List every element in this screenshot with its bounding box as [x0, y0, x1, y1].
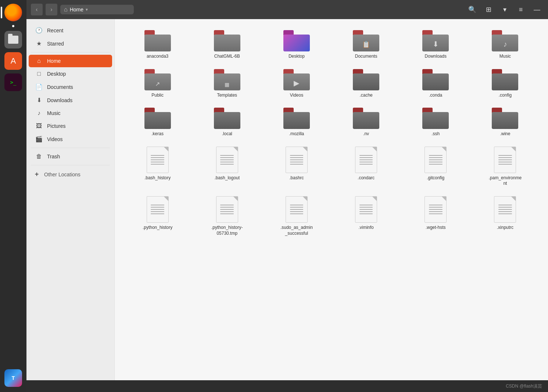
- templates-emblem: ▦: [225, 82, 229, 87]
- file-item-videos[interactable]: ▶ Videos: [262, 65, 330, 101]
- file-item-conda[interactable]: .conda: [402, 65, 470, 101]
- file-label-public: Public: [151, 93, 164, 98]
- folder-icon-keras: [144, 108, 171, 129]
- file-item-gitconfig[interactable]: .gitconfig: [402, 143, 470, 190]
- textfile-line: [498, 207, 512, 208]
- taskbar: A >_ T: [0, 0, 26, 392]
- textfile-icon-bash-logout: [216, 147, 238, 173]
- sidebar-item-videos[interactable]: 🎬 Videos: [29, 133, 112, 145]
- folder-icon-nv: [353, 108, 379, 129]
- file-label-cache: .cache: [359, 93, 372, 98]
- taskbar-rdp[interactable]: T: [4, 368, 23, 388]
- file-item-config[interactable]: .config: [471, 65, 539, 101]
- textfile-line: [290, 205, 304, 205]
- textfile-icon-viminfo: [355, 196, 377, 223]
- textfile-line: [359, 213, 373, 214]
- sidebar-item-other[interactable]: + Other Locations: [26, 168, 114, 181]
- file-item-downloads[interactable]: ⬇ Downloads: [402, 26, 470, 62]
- search-button[interactable]: 🔍: [466, 3, 479, 16]
- file-item-bashrc[interactable]: .bashrc: [262, 143, 330, 190]
- file-item-xinputrc[interactable]: .xinputrc: [471, 193, 539, 239]
- sidebar-item-pictures[interactable]: 🖼 Pictures: [29, 120, 112, 132]
- taskbar-appstore[interactable]: A: [4, 51, 23, 71]
- view-toggle-button[interactable]: ⊞: [482, 3, 495, 16]
- forward-icon: ›: [50, 6, 52, 13]
- menu-button[interactable]: ≡: [514, 3, 527, 16]
- file-item-viminfo[interactable]: .viminfo: [332, 193, 400, 239]
- file-item-pam[interactable]: .pam_environment: [471, 143, 539, 190]
- content-area: 🕐 Recent ★ Starred ⌂ Home □ Desktop 📄 Do…: [26, 19, 548, 380]
- textfile-line: [359, 157, 373, 158]
- file-label-python-history: .python_history: [143, 225, 172, 231]
- home-icon: ⌂: [35, 58, 43, 64]
- file-item-condarc[interactable]: .condarc: [332, 143, 400, 190]
- taskbar-files[interactable]: [4, 30, 23, 49]
- sidebar-item-music[interactable]: ♪ Music: [29, 107, 112, 119]
- breadcrumb[interactable]: ⌂ Home ▾: [60, 5, 134, 14]
- textfile-line: [429, 162, 443, 162]
- public-emblem: ↗: [155, 80, 160, 87]
- file-item-python-history-tmp[interactable]: .python_history-05730.tmp: [193, 193, 261, 239]
- pictures-icon: 🖼: [35, 123, 43, 129]
- textfile-line: [429, 207, 443, 208]
- file-item-music[interactable]: ♪ Music: [471, 26, 539, 62]
- file-item-anaconda3[interactable]: anaconda3: [123, 26, 191, 62]
- file-label-wine: .wine: [500, 131, 510, 137]
- textfile-line: [429, 159, 443, 160]
- forward-button[interactable]: ›: [46, 4, 57, 15]
- minimize-button[interactable]: —: [530, 3, 544, 16]
- trash-icon: 🗑: [35, 153, 43, 160]
- file-item-documents[interactable]: 📋 Documents: [332, 26, 400, 62]
- file-item-mozilla[interactable]: .mozilla: [262, 104, 330, 140]
- sidebar-item-documents[interactable]: 📄 Documents: [29, 80, 112, 93]
- sidebar-item-home[interactable]: ⌂ Home: [29, 55, 112, 67]
- taskbar-indicator: [12, 25, 14, 27]
- file-label-downloads: Downloads: [425, 54, 447, 60]
- file-item-cache[interactable]: .cache: [332, 65, 400, 101]
- file-item-desktop[interactable]: Desktop: [262, 26, 330, 62]
- firefox-icon: [4, 4, 22, 21]
- file-item-python-history[interactable]: .python_history: [123, 193, 191, 239]
- music-emblem: ♪: [503, 40, 507, 48]
- file-label-python-history-tmp: .python_history-05730.tmp: [211, 225, 244, 236]
- textfile-line: [498, 155, 512, 156]
- textfile-line: [429, 157, 443, 158]
- sidebar-item-recent[interactable]: 🕐 Recent: [29, 24, 112, 37]
- textfile-icon-gitconfig: [425, 147, 447, 173]
- sidebar-item-desktop[interactable]: □ Desktop: [29, 68, 112, 80]
- textfile-line: [220, 159, 234, 160]
- sidebar-item-trash[interactable]: 🗑 Trash: [29, 150, 112, 163]
- textfile-line: [151, 155, 164, 156]
- textfile-line: [151, 213, 164, 214]
- back-button[interactable]: ‹: [31, 4, 43, 15]
- file-item-wine[interactable]: .wine: [471, 104, 539, 140]
- taskbar-firefox[interactable]: [4, 3, 23, 22]
- file-label-keras: .keras: [151, 131, 164, 137]
- sidebar-item-starred[interactable]: ★ Starred: [29, 37, 112, 50]
- file-item-bash-logout[interactable]: .bash_logout: [193, 143, 261, 190]
- file-item-bash-history[interactable]: .bash_history: [123, 143, 191, 190]
- textfile-line: [220, 207, 234, 208]
- file-label-gitconfig: .gitconfig: [427, 175, 444, 181]
- textfile-line: [498, 157, 512, 158]
- file-item-chatgml[interactable]: ChatGML-6B: [193, 26, 261, 62]
- file-item-sudo[interactable]: .sudo_as_admin_successful: [262, 193, 330, 239]
- sidebar-item-downloads[interactable]: ⬇ Downloads: [29, 94, 112, 107]
- file-item-templates[interactable]: ▦ Templates: [193, 65, 261, 101]
- file-item-public[interactable]: ↗ Public: [123, 65, 191, 101]
- taskbar-terminal[interactable]: >_: [4, 73, 23, 92]
- file-item-wget[interactable]: .wget-hsts: [402, 193, 470, 239]
- sidebar-label-starred: Starred: [47, 41, 64, 47]
- folder-icon-ssh: [422, 108, 449, 129]
- sidebar-label-music: Music: [47, 110, 61, 116]
- file-item-keras[interactable]: .keras: [123, 104, 191, 140]
- textfile-line: [220, 205, 234, 205]
- file-item-local[interactable]: .local: [193, 104, 261, 140]
- file-item-ssh[interactable]: .ssh: [402, 104, 470, 140]
- textfile-line: [290, 213, 304, 214]
- folder-icon-documents: 📋: [353, 30, 379, 51]
- textfile-line: [359, 155, 373, 156]
- sort-button[interactable]: ▾: [498, 3, 511, 16]
- breadcrumb-location: Home: [70, 7, 83, 12]
- file-item-nv[interactable]: .nv: [332, 104, 400, 140]
